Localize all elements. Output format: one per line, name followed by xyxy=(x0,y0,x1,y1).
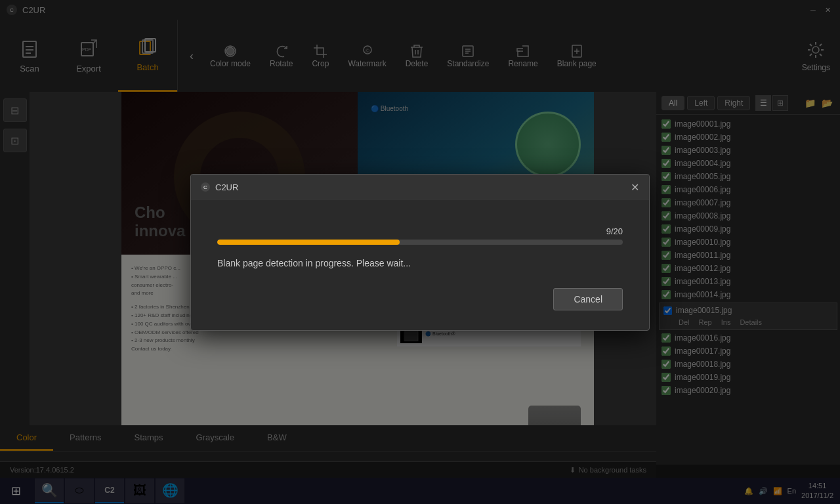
dialog-title-bar: C C2UR ✕ xyxy=(191,175,649,200)
progress-fraction: 9/20 xyxy=(606,226,623,236)
blank-page-dialog: C C2UR ✕ 9/20 Blank page detection in pr… xyxy=(190,174,650,331)
progress-bar-track xyxy=(217,240,623,245)
dialog-title: C2UR xyxy=(215,182,238,192)
dialog-title-left: C C2UR xyxy=(201,182,238,192)
dialog-actions: Cancel xyxy=(217,288,623,310)
progress-info: 9/20 xyxy=(217,226,623,236)
dialog-message: Blank page detection in progress. Please… xyxy=(217,258,623,268)
progress-bar-fill xyxy=(217,240,400,245)
dialog-logo: C xyxy=(201,182,210,192)
dialog-overlay: C C2UR ✕ 9/20 Blank page detection in pr… xyxy=(0,0,840,504)
cancel-button[interactable]: Cancel xyxy=(553,288,623,310)
dialog-close-button[interactable]: ✕ xyxy=(631,181,639,194)
dialog-body: 9/20 Blank page detection in progress. P… xyxy=(191,200,649,330)
